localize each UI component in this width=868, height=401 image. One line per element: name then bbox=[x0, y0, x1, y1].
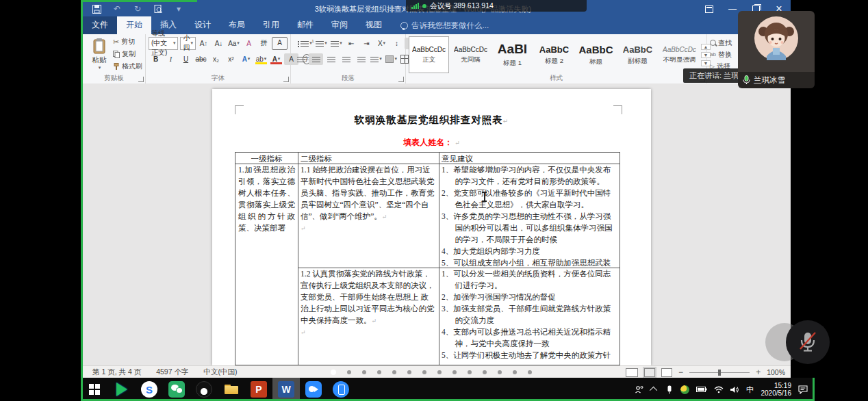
paragraph-dialog-launcher[interactable] bbox=[398, 77, 404, 82]
superscript-button[interactable]: x² bbox=[224, 53, 238, 65]
zoom-slider[interactable] bbox=[689, 372, 750, 373]
clock[interactable]: 15:19 2020/5/16 bbox=[761, 382, 792, 397]
ime-tray-icon[interactable] bbox=[680, 384, 689, 395]
tray-time: 15:19 bbox=[761, 382, 792, 389]
taskbar-item[interactable]: P bbox=[245, 378, 272, 401]
wifi-icon[interactable] bbox=[714, 384, 724, 395]
taskbar-item[interactable] bbox=[190, 378, 218, 401]
ribbon-tab[interactable]: 视图 bbox=[357, 16, 391, 34]
italic-button[interactable]: I bbox=[164, 53, 178, 65]
style-item[interactable]: AaBI 标题 1 bbox=[492, 36, 533, 73]
justify-button[interactable] bbox=[339, 53, 353, 65]
format-painter-button[interactable]: 格式刷 bbox=[113, 61, 142, 72]
zoom-level[interactable]: 100% bbox=[767, 368, 785, 376]
style-item[interactable]: AaBbC 标题 2 bbox=[534, 36, 574, 73]
volume-icon[interactable] bbox=[730, 384, 739, 395]
mic-muted-button[interactable] bbox=[786, 320, 830, 364]
font-dialog-launcher[interactable] bbox=[283, 77, 289, 82]
clear-format-button[interactable]: A bbox=[242, 38, 256, 49]
cut-button[interactable]: ✂剪切 bbox=[113, 36, 142, 47]
print-preview-icon[interactable] bbox=[153, 3, 164, 14]
change-case-button[interactable]: Aa▾ bbox=[227, 38, 241, 49]
subscript-button[interactable]: x₂ bbox=[209, 53, 223, 65]
redo-icon[interactable]: ↻ bbox=[132, 3, 143, 14]
taskbar-item[interactable] bbox=[163, 378, 190, 401]
sort-button[interactable]: ↕ bbox=[390, 38, 404, 49]
taskbar-item[interactable] bbox=[327, 378, 355, 401]
underline-button[interactable]: U bbox=[179, 53, 193, 65]
style-item[interactable]: AaBbCcDc 无间隔 bbox=[450, 36, 491, 73]
style-item[interactable]: AaBbCcDc 正文 bbox=[409, 36, 449, 73]
asian-layout-button[interactable]: X▾ bbox=[374, 38, 389, 49]
font-size-select[interactable]: 小四▾ bbox=[180, 37, 196, 50]
zoom-out-button[interactable]: − bbox=[678, 367, 683, 377]
text-effects-button[interactable]: A▾ bbox=[239, 53, 253, 65]
numbering-button[interactable]: ▾ bbox=[314, 38, 329, 49]
save-icon[interactable] bbox=[91, 3, 102, 14]
font-name-select[interactable]: 等线 (中文正文)▾ bbox=[149, 37, 178, 50]
align-center-button[interactable] bbox=[309, 53, 323, 65]
ribbon-tab[interactable]: 引用 bbox=[254, 16, 288, 34]
web-layout-icon[interactable] bbox=[661, 368, 672, 377]
taskbar-item[interactable] bbox=[218, 378, 245, 401]
clipboard-dialog-launcher[interactable] bbox=[138, 77, 144, 82]
char-border-button[interactable]: A bbox=[272, 37, 288, 50]
line-spacing-button[interactable]: ▾ bbox=[369, 53, 383, 65]
taskbar-item[interactable]: S bbox=[136, 378, 163, 401]
increase-indent-button[interactable]: ⇥ bbox=[359, 38, 374, 49]
ribbon-tab[interactable]: 审阅 bbox=[322, 16, 357, 34]
taskbar-item[interactable] bbox=[108, 378, 136, 401]
bold-button[interactable]: B bbox=[149, 53, 163, 65]
comparison-table: 一级指标 二级指标 意见建议 1.加强思想政治引领，落实立德树人根本任务、贯彻落… bbox=[235, 152, 620, 365]
zoom-slider-handle[interactable] bbox=[718, 370, 721, 376]
action-center-icon[interactable] bbox=[798, 384, 808, 395]
style-item[interactable]: AaBbC 副标题 bbox=[617, 36, 658, 73]
print-layout-icon[interactable] bbox=[644, 368, 655, 377]
ribbon-tab[interactable]: 邮件 bbox=[288, 16, 322, 34]
distribute-button[interactable] bbox=[354, 53, 368, 65]
ribbon-tab[interactable]: 开始 bbox=[117, 16, 151, 34]
align-right-button[interactable] bbox=[324, 53, 338, 65]
shading-button[interactable]: ▾ bbox=[384, 53, 398, 65]
shrink-font-button[interactable]: A↓ bbox=[212, 38, 226, 49]
style-item[interactable]: AaBbC 标题 bbox=[576, 36, 616, 73]
tray-expand-icon[interactable] bbox=[650, 384, 659, 395]
ribbon-display-options-icon[interactable] bbox=[698, 0, 721, 18]
strikethrough-button[interactable]: abc bbox=[194, 53, 208, 65]
word-count[interactable]: 4597 个字 bbox=[156, 367, 188, 377]
meeting-id-pill[interactable]: 会议号 389 613 914 bbox=[406, 0, 587, 12]
style-item[interactable]: AaBbCcDc 不明显强调 bbox=[659, 36, 700, 73]
font-color-button[interactable]: A▾ bbox=[269, 53, 283, 65]
grow-font-button[interactable]: A↑ bbox=[196, 38, 211, 49]
zoom-in-button[interactable]: + bbox=[756, 367, 761, 377]
ribbon-tab[interactable]: 布局 bbox=[220, 16, 254, 34]
participant-video-panel[interactable]: 兰琪冰雪 bbox=[738, 11, 815, 88]
pinyin-guide-button[interactable]: 拼 bbox=[257, 38, 271, 49]
suggestion-item: 4、支部内可以多推送习总书记相关近况和指示精神，与党中央高度保持一致 bbox=[442, 326, 618, 350]
taskbar-item[interactable] bbox=[300, 378, 327, 401]
copy-button[interactable]: 复制 bbox=[113, 49, 142, 60]
document-page[interactable]: 软弱涣散基层党组织排查对照表↵ 填表人姓名： ↵ 一级指标 二级指标 意见建议 … bbox=[212, 89, 651, 365]
ribbon-tab[interactable]: 文件 bbox=[83, 16, 117, 34]
tell-me[interactable]: 告诉我您想要做什么... bbox=[400, 21, 489, 34]
battery-icon[interactable] bbox=[696, 384, 707, 395]
usb-device-icon[interactable] bbox=[665, 384, 674, 395]
suggestion-item: 1、希望能够增加学习的内容，不仅仅是中央发布的学习文件，还有党对目前形势的政策等… bbox=[442, 164, 618, 187]
language-indicator[interactable]: 中文(中国) bbox=[203, 367, 237, 377]
undo-icon[interactable]: ↶ bbox=[112, 3, 123, 14]
word-window: ↶ ↻ ▾ 3软弱涣散基层党组织排查对照表 汇总整理 - Word(产品激活失败… bbox=[83, 0, 791, 378]
ribbon-tab[interactable]: 设计 bbox=[186, 16, 220, 34]
paste-button[interactable]: 粘贴▾ bbox=[86, 36, 113, 72]
align-left-button[interactable] bbox=[294, 53, 308, 65]
ime-language-indicator[interactable]: 中 bbox=[746, 384, 754, 395]
connection-dot-icon bbox=[422, 4, 426, 8]
page-indicator[interactable]: 第 1 页, 共 4 页 bbox=[92, 367, 141, 377]
document-canvas[interactable]: 软弱涣散基层党组织排查对照表↵ 填表人姓名： ↵ 一级指标 二级指标 意见建议 … bbox=[83, 83, 791, 365]
taskbar-item[interactable]: W bbox=[272, 378, 300, 401]
people-icon[interactable] bbox=[635, 384, 643, 395]
highlight-button[interactable]: ab▾ bbox=[254, 53, 268, 65]
multilevel-list-button[interactable]: ▾ bbox=[329, 38, 344, 49]
decrease-indent-button[interactable]: ⇤ bbox=[344, 38, 359, 49]
taskbar-item[interactable] bbox=[81, 378, 108, 401]
read-mode-icon[interactable] bbox=[626, 368, 638, 377]
